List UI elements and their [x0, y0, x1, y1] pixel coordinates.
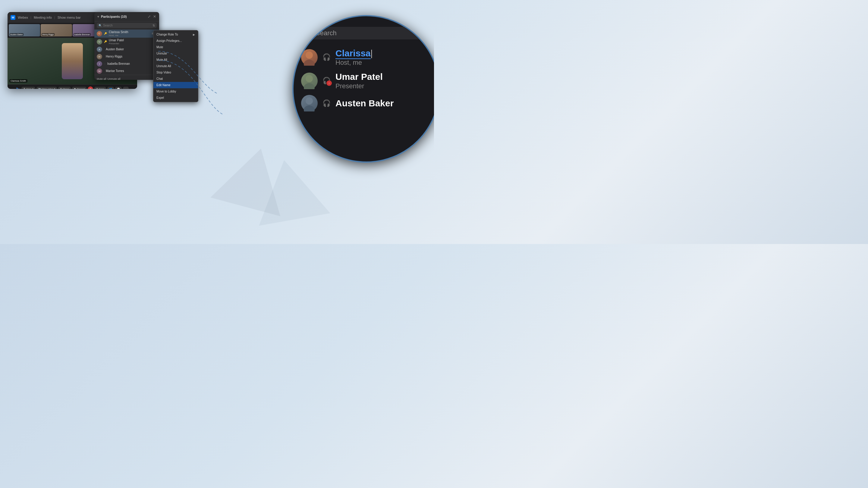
svg-point-5	[304, 105, 315, 111]
zoom-info-austen-baker: Austen Baker	[336, 98, 431, 109]
participant-info-henry: Henry Riggs	[106, 55, 157, 59]
headset-icon-clarissa: 🎧	[322, 53, 331, 61]
chat-icon: 💬	[117, 88, 120, 89]
share-button[interactable]: ⬆ Share	[58, 87, 71, 89]
zoom-avatar-clarissa	[301, 49, 318, 66]
presenter-badge-umar: ↑	[327, 80, 332, 86]
participant-row-isabella[interactable]: I □ Isabella Brennan	[94, 60, 159, 67]
svg-point-3	[304, 83, 315, 89]
mute-all-button[interactable]: Mute all	[97, 77, 106, 80]
submenu-arrow-icon: ▶	[193, 33, 195, 36]
participant-name-clarissa: Clarissa Smith	[109, 30, 150, 34]
stop-video-button[interactable]: 📷 Stop video ▾	[36, 87, 57, 89]
menu-item-change-role[interactable]: Change Role To ▶	[153, 31, 198, 38]
avatar-austen-baker: A	[97, 47, 102, 52]
avatar-marise: M	[97, 68, 102, 74]
panel-header: ▼ Participants (10) ⤢ ✕	[94, 12, 159, 22]
avatar-umar: U	[97, 39, 102, 44]
participants-icon: 👥	[109, 88, 112, 89]
zoom-avatar-austen-baker	[301, 95, 318, 111]
avatar-isabella: I	[97, 61, 102, 67]
webex-logo: W	[10, 15, 16, 20]
participant-row-henry[interactable]: H Henry Riggs	[94, 53, 159, 60]
menu-item-mute-all[interactable]: Mute All	[153, 57, 198, 63]
app-name-label: Webex	[18, 16, 28, 19]
participant-info-isabella: Isabella Brennan	[107, 62, 157, 66]
zoom-headset-container-umar: 🎧 ↑	[322, 77, 331, 85]
participant-info-marise: Marise Torres	[106, 69, 157, 73]
toolbar: ↻ 🎙 Mute ▾ 📷 Stop video ▾ ⬆ Share ⏺ Reco…	[7, 84, 137, 89]
share-icon: ⬆	[60, 88, 62, 89]
thumb-label-henry-riggs: Henry Riggs	[41, 33, 55, 36]
show-menu-label[interactable]: Show menu bar	[58, 16, 81, 19]
participant-row-clarissa[interactable]: C 🔑 Clarissa Smith Host, me 🖥 🎙	[94, 30, 159, 38]
host-icon-clarissa: 🔑	[104, 32, 107, 35]
participants-button[interactable]: 👥	[107, 87, 114, 89]
participants-list: C 🔑 Clarissa Smith Host, me 🖥 🎙 U 🔑 Umar…	[94, 30, 159, 75]
record-button[interactable]: ⏺ Record	[72, 87, 87, 89]
avatar-henry: H	[97, 54, 102, 59]
zoom-headset-container-clarissa: 🎧	[322, 53, 331, 61]
menu-item-unmute-all[interactable]: Unmute All	[153, 63, 198, 69]
zoom-name-umar: Umar Patel	[336, 71, 431, 82]
menu-item-unmute[interactable]: Unmute	[153, 50, 198, 57]
menu-item-assign-privileges[interactable]: Assign Privileges...	[153, 38, 198, 44]
thumb-austen-baker[interactable]: Austen Baker	[9, 24, 40, 36]
panel-expand-button[interactable]: ⤢	[147, 14, 151, 19]
svg-point-1	[304, 60, 315, 66]
chat-button[interactable]: 💬	[115, 87, 122, 89]
svg-point-2	[306, 75, 313, 82]
thumb-henry-riggs[interactable]: Henry Riggs	[41, 24, 72, 36]
end-call-button[interactable]: ✕	[88, 87, 93, 89]
menu-item-mute[interactable]: Mute	[153, 44, 198, 50]
camera-icon: 📷	[38, 88, 41, 89]
zoom-name-austen-baker: Austen Baker	[336, 98, 431, 109]
zoom-participant-umar: 🎧 ↑ Umar Patel Presenter	[301, 69, 431, 93]
zoom-info-clarissa: Clarissa Host, me	[336, 48, 431, 67]
apps-button[interactable]: ⊞ Apps	[94, 87, 106, 89]
participant-row-austen-baker[interactable]: A Austen Baker	[94, 46, 159, 53]
zoom-role-umar: Presenter	[336, 82, 431, 90]
participant-name-isabella: Isabella Brennan	[107, 62, 157, 66]
participant-row-umar[interactable]: U 🔑 Umar Patel Presenter	[94, 38, 159, 46]
participant-name-austen-baker: Austen Baker	[106, 47, 157, 51]
participant-name-marise: Marise Torres	[106, 69, 157, 73]
zoom-name-clarissa: Clarissa	[336, 48, 431, 59]
presenter-icon-umar: 🔑	[104, 40, 107, 43]
search-input[interactable]	[103, 24, 151, 27]
collapse-icon[interactable]: ▼	[97, 15, 100, 19]
apps-icon: ⊞	[96, 88, 98, 89]
mute-button[interactable]: 🎙 Mute ▾	[22, 87, 35, 89]
participant-name-henry: Henry Riggs	[106, 55, 157, 59]
menu-item-stop-video[interactable]: Stop Video	[153, 69, 198, 76]
record-icon: ⏺	[74, 88, 76, 89]
video-dropdown-arrow: ▾	[54, 88, 55, 89]
participant-info-austen-baker: Austen Baker	[106, 47, 157, 51]
participant-row-marise[interactable]: M Marise Torres	[94, 67, 159, 75]
menu-item-edit-name[interactable]: Edit Name	[153, 82, 198, 88]
zoom-search-placeholder: Search	[315, 29, 337, 37]
unmute-all-button[interactable]: Unmute all	[107, 77, 121, 80]
participant-role-clarissa: Host, me	[109, 34, 150, 37]
svg-point-0	[306, 52, 313, 59]
avatar-clarissa: C	[97, 31, 102, 36]
panel-title: Participants (10)	[101, 15, 146, 19]
svg-point-4	[306, 97, 313, 104]
presenter-name-badge: Clarissa Smith	[9, 79, 27, 83]
context-menu: Change Role To ▶ Assign Privileges... Mu…	[153, 30, 198, 102]
zoom-info-umar: Umar Patel Presenter	[336, 71, 431, 90]
menu-item-expel[interactable]: Expel	[153, 95, 198, 101]
menu-item-chat[interactable]: Chat	[153, 76, 198, 82]
zoom-inner: 🔍 Search 🎧 Clarissa Host, me	[293, 16, 434, 161]
thumb-label-isabelle-brennan: Isabelle Brennan	[73, 33, 91, 36]
participant-role-umar: Presenter	[109, 42, 157, 45]
meeting-info-label[interactable]: Meeting info	[34, 16, 52, 19]
sort-button[interactable]: ⇅	[153, 24, 155, 27]
panel-close-button[interactable]: ✕	[153, 14, 157, 19]
zoom-role-clarissa: Host, me	[336, 59, 431, 67]
more-button[interactable]: ···	[123, 87, 129, 89]
menu-item-move-lobby[interactable]: Move to Lobby	[153, 88, 198, 95]
headset-icon-austen: 🎧	[322, 99, 331, 107]
participants-panel: ▼ Participants (10) ⤢ ✕ 🔍 ⇅ C 🔑 Clarissa…	[94, 12, 159, 80]
zoom-avatar-umar	[301, 73, 318, 89]
